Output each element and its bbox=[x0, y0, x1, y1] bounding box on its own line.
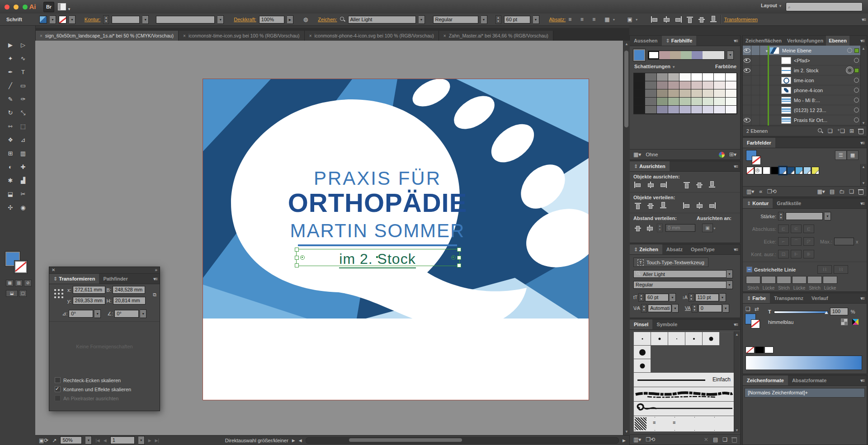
library-add-icon[interactable]: ❐⟲ bbox=[767, 188, 777, 195]
last-artboard-arrow[interactable]: ▶| bbox=[155, 438, 159, 443]
workspace-dropdown[interactable]: Layout ▼ bbox=[761, 3, 782, 8]
font-size-dropdown-icon[interactable] bbox=[533, 15, 539, 24]
tool-symbol-sprayer-icon[interactable]: ✱ bbox=[4, 174, 17, 187]
swatch-kind-icon[interactable]: ▦▾ bbox=[817, 188, 825, 195]
opacity-panel-link[interactable]: Deckkraft: bbox=[234, 17, 256, 22]
tab-farbhilfe[interactable]: Farbhilfe bbox=[662, 36, 697, 46]
shade-swatch[interactable] bbox=[703, 89, 714, 98]
target-circle-icon[interactable] bbox=[854, 78, 859, 83]
tab-farbe[interactable]: Farbe bbox=[743, 293, 770, 303]
harmony-color-swatch[interactable] bbox=[659, 51, 670, 59]
doc-setup-icon[interactable]: ▣ bbox=[627, 16, 632, 23]
cmyk-warning-icon[interactable] bbox=[852, 319, 859, 325]
font-size-stepper[interactable] bbox=[638, 293, 644, 302]
target-circle-icon[interactable] bbox=[854, 98, 859, 103]
tool-width-icon[interactable]: ⇿ bbox=[4, 120, 17, 133]
artboard-number-field[interactable]: 1 bbox=[110, 436, 135, 444]
paragraph-panel-link[interactable]: Absatz: bbox=[549, 17, 566, 22]
lock-cell[interactable] bbox=[751, 115, 760, 125]
distribute-bottom-button[interactable] bbox=[659, 202, 668, 209]
shade-swatch[interactable] bbox=[679, 81, 691, 89]
shade-swatch[interactable] bbox=[703, 81, 714, 89]
white-quick-swatch[interactable] bbox=[764, 347, 774, 353]
prev-artboard-arrow[interactable]: ◀ bbox=[104, 438, 107, 443]
font-size-dropdown-icon[interactable] bbox=[670, 293, 676, 302]
shade-swatch[interactable] bbox=[691, 89, 703, 98]
align-right-button[interactable] bbox=[659, 181, 668, 188]
tab-opentype[interactable]: OpenType bbox=[687, 244, 719, 254]
tab-verknuepfungen[interactable]: Verknüpfungen bbox=[784, 36, 826, 46]
horizontal-scroll-thumb[interactable] bbox=[349, 438, 462, 442]
visibility-cell[interactable] bbox=[743, 75, 751, 85]
harmony-color-swatch[interactable] bbox=[681, 51, 692, 59]
font-style-field[interactable]: Regular bbox=[633, 281, 726, 289]
tab-aussehen[interactable]: Aussehen bbox=[630, 36, 662, 46]
font-style-dropdown-icon[interactable] bbox=[481, 15, 487, 24]
shade-swatch[interactable] bbox=[726, 81, 737, 89]
swatch-none[interactable] bbox=[746, 167, 754, 174]
panel-menu-icon[interactable] bbox=[734, 161, 740, 171]
variable-width-dropdown-icon[interactable] bbox=[217, 15, 224, 24]
stroke-color-swatch[interactable] bbox=[59, 16, 66, 23]
edit-colors-wheel-icon[interactable] bbox=[719, 152, 725, 158]
gpu-preview-icon[interactable]: ▣⟳ bbox=[39, 437, 48, 444]
new-layer-icon[interactable]: ⊞ bbox=[849, 128, 854, 134]
tint-value-field[interactable]: 100 bbox=[830, 308, 848, 315]
locate-object-icon[interactable] bbox=[818, 128, 823, 134]
stroke-proxy-swatch[interactable] bbox=[751, 319, 760, 328]
layer-name[interactable]: Meine Ebene bbox=[782, 48, 840, 53]
variable-width-profile-field[interactable] bbox=[156, 16, 215, 23]
tab-zeichenflaechen[interactable]: Zeichenflächen bbox=[743, 36, 784, 46]
style-normal-item[interactable]: [Normales Zeichenformat]+ bbox=[745, 388, 865, 398]
shade-swatch[interactable] bbox=[668, 73, 679, 81]
lock-cell[interactable] bbox=[751, 85, 760, 95]
library-panel-icon[interactable]: ❐⟲ bbox=[646, 436, 655, 443]
selection-handle[interactable] bbox=[457, 248, 461, 252]
save-color-group-icon[interactable]: ⊞▾ bbox=[729, 151, 736, 158]
tool-selection-icon[interactable]: ▶ bbox=[4, 38, 17, 52]
tool-free-transform-icon[interactable]: ⬚ bbox=[17, 120, 29, 133]
hscroll-left-arrow[interactable]: ◀ bbox=[299, 438, 302, 443]
layer-row[interactable]: <Pfad> bbox=[743, 56, 861, 66]
layer-name[interactable]: <Pfad> bbox=[794, 58, 840, 63]
shade-swatch[interactable] bbox=[634, 73, 645, 81]
stroke-panel-link[interactable]: Kontur: bbox=[85, 17, 100, 22]
layer-row[interactable]: ▼Meine Ebene bbox=[743, 46, 861, 56]
grid-view-button[interactable]: ▦ bbox=[847, 150, 859, 160]
shade-swatch[interactable] bbox=[657, 98, 668, 106]
brush-einfach[interactable]: Einfach bbox=[634, 373, 734, 387]
panel-menu-icon[interactable] bbox=[734, 319, 740, 329]
swatch-registration[interactable] bbox=[755, 167, 762, 174]
shear-dropdown-icon[interactable] bbox=[140, 309, 146, 318]
shade-swatch[interactable] bbox=[668, 89, 679, 98]
tab-transformieren[interactable]: Transformieren bbox=[49, 274, 99, 284]
leading-dropdown-icon[interactable] bbox=[720, 293, 726, 302]
shade-swatch[interactable] bbox=[657, 106, 668, 114]
recolor-artwork-icon[interactable]: ◍ bbox=[303, 16, 308, 23]
shade-swatch[interactable] bbox=[714, 81, 725, 89]
align-left-button[interactable] bbox=[633, 181, 642, 188]
font-family-dropdown-icon[interactable] bbox=[419, 15, 425, 24]
control-panel-menu-icon[interactable] bbox=[862, 14, 868, 26]
tab-verlauf[interactable]: Verlauf bbox=[807, 293, 832, 303]
align-vertical-top-icon[interactable] bbox=[685, 16, 694, 23]
tool-gradient-icon[interactable]: ▥ bbox=[17, 147, 29, 160]
align-left-icon[interactable]: ≡ bbox=[568, 16, 576, 23]
layer-row[interactable]: Praxis für Ort... bbox=[743, 115, 861, 125]
next-artboard-arrow[interactable]: ▶ bbox=[148, 438, 151, 443]
transform-panel-link[interactable]: Transformieren bbox=[724, 17, 758, 22]
horizontal-scrollbar[interactable] bbox=[306, 437, 619, 444]
shade-swatch[interactable] bbox=[668, 106, 679, 114]
tab-close-icon[interactable]: × bbox=[183, 33, 186, 38]
stroke-color-dropdown-icon[interactable] bbox=[69, 15, 75, 24]
visibility-cell[interactable] bbox=[743, 95, 751, 105]
tool-shape-builder-icon[interactable]: ❖ bbox=[4, 133, 17, 147]
shade-swatch[interactable] bbox=[634, 98, 645, 106]
target-circle-icon[interactable] bbox=[854, 58, 859, 63]
swatch-color[interactable] bbox=[803, 167, 811, 174]
shade-swatch[interactable] bbox=[657, 89, 668, 98]
new-color-group-icon[interactable]: 🗀 bbox=[839, 188, 844, 195]
tool-pencil-icon[interactable]: ✎ bbox=[4, 93, 17, 106]
distribute-vcenter-button[interactable] bbox=[646, 202, 655, 209]
tool-paintbrush-icon[interactable]: ✑ bbox=[17, 93, 29, 106]
